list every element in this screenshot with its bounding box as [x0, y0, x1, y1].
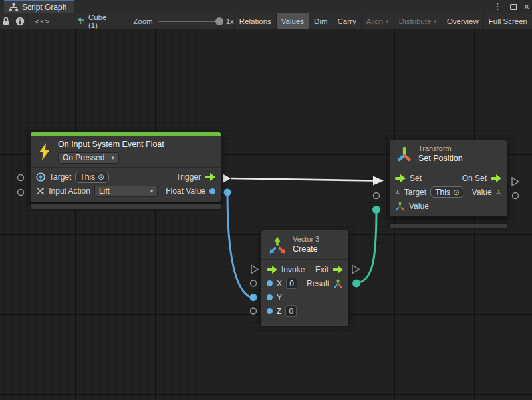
zoom-slider[interactable] — [158, 21, 221, 22]
relations-button[interactable]: Relations — [234, 13, 276, 29]
align-button[interactable]: Align▾ — [361, 13, 394, 29]
v3-exit-label: Exit — [315, 265, 329, 274]
overview-button[interactable]: Overview — [442, 13, 483, 29]
setpos-valueout-label: Value — [472, 188, 492, 197]
v3-y-label: Y — [277, 293, 282, 302]
event-node-header: On Input System Event Float On Pressed ▾ — [31, 136, 221, 167]
v3-x-row: X 0 Result — [261, 276, 348, 290]
v3-invoke-label: Invoke — [281, 265, 305, 274]
vector3-icon — [496, 187, 501, 197]
distribute-button[interactable]: Distribute▾ — [394, 13, 442, 29]
dim-button[interactable]: Dim — [309, 13, 332, 29]
vector3-icon — [395, 201, 405, 211]
graph-machine-icon — [78, 17, 84, 25]
v3-category: Vector 3 — [293, 235, 319, 244]
graph-toolbar: <×> Cube (1) Zoom 1x Relation — [0, 13, 532, 29]
node-on-input-system-event-float[interactable]: On Input System Event Float On Pressed ▾… — [30, 132, 221, 202]
values-label: Values — [281, 17, 304, 25]
event-mode-dropdown[interactable]: On Pressed ▾ — [58, 152, 119, 164]
toolbar-buttons: Relations Values Dim Carry Align▾ Distri… — [234, 13, 532, 29]
setpos-node-body: Set On Set Target This ⊙ — [390, 168, 507, 216]
flow-arrow-icon — [395, 174, 406, 182]
event-mode-value: On Pressed — [63, 153, 104, 163]
event-inputaction-dropdown[interactable]: Lift ▾ — [94, 186, 158, 197]
vector3-icon — [268, 236, 287, 254]
event-target-value: This — [80, 172, 95, 182]
caret-down-icon: ▾ — [386, 18, 389, 25]
event-node-body: Target This ⊙ Trigger — [31, 167, 221, 202]
setpos-category: Transform — [418, 144, 463, 154]
lock-icon — [2, 17, 10, 25]
v3-z-field[interactable]: 0 — [285, 305, 297, 317]
setpos-target-field[interactable]: This ⊙ — [430, 186, 464, 198]
port-event-floatvalue-out[interactable] — [224, 189, 231, 196]
setpos-target-value: This — [435, 188, 450, 197]
v3-node-body: Invoke Exit X 0 Result — [261, 259, 348, 321]
event-inputaction-label: Input Action — [49, 186, 90, 196]
v3-node-footer — [261, 321, 349, 327]
value-port-icon — [267, 294, 273, 300]
setpos-set-row: Set On Set — [390, 171, 507, 185]
port-v3-result-out[interactable] — [352, 280, 360, 288]
event-trigger-label: Trigger — [176, 172, 201, 182]
tab-title: Script Graph — [22, 3, 66, 12]
event-floatvalue-label: Float Value — [166, 186, 205, 196]
caret-down-icon: ▾ — [434, 18, 437, 25]
gameobject-bolt-icon — [36, 172, 45, 182]
node-set-position[interactable]: Transform Set Position Set On Set — [389, 140, 507, 217]
v3-node-header: Vector 3 Create — [261, 230, 348, 259]
graph-target-label: Cube (1) — [88, 13, 109, 29]
port-setpos-value-in[interactable] — [372, 206, 380, 214]
script-graph-window: Script Graph ⋮ × <×> — [0, 0, 532, 400]
maximize-icon[interactable] — [510, 4, 517, 10]
menu-kebab-icon[interactable]: ⋮ — [492, 0, 503, 13]
close-icon[interactable]: × — [524, 0, 529, 13]
v3-x-field[interactable]: 0 — [286, 278, 297, 289]
zoom-value: 1x — [226, 17, 234, 25]
setpos-valuein-label: Value — [409, 202, 429, 211]
value-port-icon — [267, 308, 273, 314]
full-screen-label: Full Screen — [489, 17, 527, 25]
graph-target[interactable]: Cube (1) — [78, 13, 110, 29]
v3-x-value: 0 — [289, 279, 294, 288]
zoom-control: Zoom 1x — [133, 17, 234, 25]
setpos-title: Set Position — [418, 154, 463, 164]
script-graph-icon — [9, 3, 18, 12]
transform-icon — [395, 188, 400, 197]
carry-label: Carry — [338, 17, 356, 25]
event-inputaction-row: Input Action Lift ▾ Float Value — [31, 184, 221, 198]
carry-button[interactable]: Carry — [332, 13, 361, 29]
setpos-onset-label: On Set — [462, 174, 487, 183]
lightning-bolt-icon — [37, 143, 52, 160]
vector3-icon — [333, 278, 343, 288]
node-vector3-create[interactable]: Vector 3 Create Invoke Exit X 0 — [261, 230, 349, 322]
zoom-slider-handle[interactable] — [215, 17, 223, 25]
event-node-footer — [30, 204, 221, 210]
relations-label: Relations — [239, 17, 271, 25]
info-button[interactable] — [13, 13, 29, 29]
setpos-target-row: Target This ⊙ Value — [390, 185, 507, 199]
event-node-title: On Input System Event Float — [58, 140, 164, 150]
dim-label: Dim — [314, 17, 327, 25]
code-view-icon: <×> — [35, 17, 49, 25]
lock-button[interactable] — [0, 13, 13, 29]
tab-bar: Script Graph ⋮ × — [0, 0, 532, 13]
port-v3-y-in[interactable] — [250, 294, 257, 301]
code-view-button[interactable]: <×> — [28, 13, 57, 29]
v3-invoke-row: Invoke Exit — [261, 262, 348, 276]
event-target-row: Target This ⊙ Trigger — [31, 170, 221, 184]
event-target-label: Target — [49, 172, 71, 182]
flow-arrow-icon — [332, 266, 343, 274]
v3-x-label: X — [277, 279, 282, 288]
event-target-field[interactable]: This ⊙ — [75, 172, 109, 183]
setpos-set-label: Set — [410, 174, 422, 183]
full-screen-button[interactable]: Full Screen — [483, 13, 532, 29]
v3-z-label: Z — [277, 307, 281, 316]
tab-script-graph[interactable]: Script Graph — [4, 0, 74, 13]
values-button[interactable]: Values — [276, 13, 309, 29]
distribute-label: Distribute — [399, 17, 432, 25]
setpos-target-label: Target — [404, 188, 426, 197]
v3-z-row: Z 0 — [261, 304, 348, 318]
caret-down-icon: ▾ — [111, 154, 114, 162]
overview-label: Overview — [447, 17, 479, 25]
